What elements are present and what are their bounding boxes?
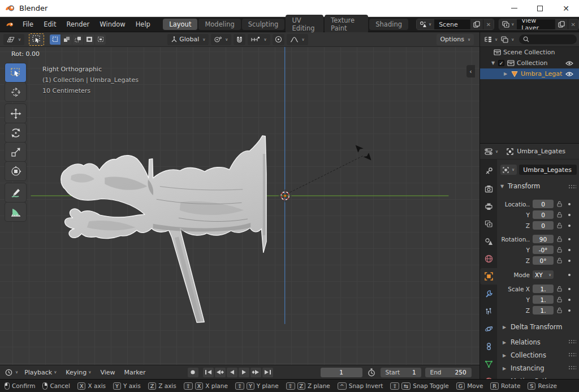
- tool-scale-button[interactable]: [5, 143, 26, 161]
- location-z-field[interactable]: 0: [533, 221, 554, 230]
- panel-drag-grip[interactable]: [568, 352, 576, 357]
- keyframe-dot[interactable]: [568, 299, 571, 301]
- view-layer-remove-button[interactable]: ✕: [568, 19, 578, 29]
- scale-x-field[interactable]: 1.: [533, 285, 554, 293]
- properties-editor-type-button[interactable]: ∨: [483, 147, 500, 156]
- previous-keyframe-button[interactable]: [215, 368, 226, 377]
- relations-panel[interactable]: ▶ Relations: [502, 338, 541, 346]
- frame-end-field[interactable]: End250: [425, 368, 472, 377]
- editor-type-button[interactable]: ∨: [3, 34, 24, 45]
- properties-tab-scene[interactable]: [480, 233, 497, 249]
- keyframe-dot[interactable]: [568, 238, 571, 240]
- auto-keyframe-record-button[interactable]: [188, 368, 198, 377]
- view-layer-browse-button[interactable]: ∨: [499, 19, 517, 29]
- timeline-menu-marker[interactable]: Marker: [120, 369, 150, 376]
- scene-unlink-button[interactable]: ✕: [483, 19, 494, 29]
- outliner-search[interactable]: [519, 35, 577, 44]
- model-umbra-legates[interactable]: [61, 136, 266, 322]
- menu-render[interactable]: Render: [61, 18, 94, 31]
- workspace-tab-uv-editing[interactable]: UV Editing: [286, 15, 323, 34]
- snap-target-dropdown[interactable]: ∨: [248, 34, 270, 45]
- lock-icon[interactable]: [555, 307, 563, 313]
- select-mode-new-button[interactable]: [50, 35, 61, 45]
- delta-transform-panel[interactable]: ▶ Delta Transform: [502, 323, 563, 331]
- rotation-z-field[interactable]: 0°: [533, 256, 554, 265]
- view-layer-new-button[interactable]: [555, 19, 568, 29]
- disclosure-closed-icon[interactable]: ▶: [503, 71, 508, 76]
- collection-checkbox[interactable]: ✓: [498, 60, 504, 66]
- workspace-tab-texture-paint[interactable]: Texture Paint: [325, 15, 368, 34]
- menu-window[interactable]: Window: [94, 18, 130, 31]
- location-x-field[interactable]: 0: [533, 200, 554, 208]
- panel-drag-grip[interactable]: [568, 184, 576, 189]
- lock-icon[interactable]: [555, 247, 563, 253]
- tool-annotate-button[interactable]: [5, 183, 26, 202]
- keyframe-dot[interactable]: [568, 249, 571, 251]
- select-mode-subtract-button[interactable]: [72, 35, 83, 45]
- visibility-eye-icon[interactable]: [565, 71, 573, 77]
- tool-measure-button[interactable]: [5, 203, 26, 221]
- properties-tab-material[interactable]: [480, 373, 497, 379]
- workspace-tab-layout[interactable]: Layout: [163, 19, 197, 30]
- properties-tab-object-data[interactable]: [480, 356, 497, 372]
- maximize-button[interactable]: [527, 0, 553, 17]
- proportional-editing-button[interactable]: [273, 34, 284, 45]
- lock-icon[interactable]: [555, 236, 563, 242]
- timeline-menu-keying[interactable]: Keying∨: [61, 369, 96, 376]
- outliner-row-scene-collection[interactable]: Scene Collection: [480, 47, 579, 58]
- tool-rotate-button[interactable]: [5, 123, 26, 142]
- timeline-editor-type-button[interactable]: ∨: [3, 368, 20, 377]
- panel-drag-grip[interactable]: [568, 339, 576, 344]
- outliner-row-umbra-legates[interactable]: ▶ Umbra_Legat: [480, 68, 579, 79]
- rotation-x-field[interactable]: 90: [533, 235, 554, 243]
- region-collapse-button[interactable]: ‹: [466, 65, 475, 77]
- current-frame-field[interactable]: 1: [321, 368, 362, 377]
- lock-icon[interactable]: [555, 212, 563, 218]
- properties-tab-world[interactable]: [480, 251, 497, 267]
- keyframe-dot[interactable]: [568, 214, 571, 216]
- properties-tab-physics[interactable]: [480, 321, 497, 337]
- blender-app-menu-icon[interactable]: [6, 20, 14, 28]
- transform-panel-header[interactable]: ▼ Transform: [499, 182, 540, 190]
- keyframe-dot[interactable]: [568, 309, 571, 312]
- keyframe-dot[interactable]: [568, 260, 571, 262]
- select-mode-invert-button[interactable]: [84, 35, 94, 45]
- outliner-display-mode-dropdown[interactable]: ∨: [482, 35, 499, 44]
- properties-tab-modifiers[interactable]: [480, 286, 497, 302]
- lock-icon[interactable]: [555, 286, 563, 292]
- scale-z-field[interactable]: 1.: [533, 306, 554, 315]
- menu-file[interactable]: File: [18, 18, 38, 31]
- tool-cursor-button[interactable]: [5, 83, 26, 101]
- properties-tab-view-layer[interactable]: [480, 216, 497, 232]
- menu-edit[interactable]: Edit: [38, 18, 61, 31]
- object-name-input[interactable]: Umbra_Legates: [519, 165, 577, 175]
- properties-tab-output[interactable]: [480, 198, 497, 214]
- tool-move-button[interactable]: [5, 104, 26, 123]
- object-id-browse-button[interactable]: ∨: [500, 165, 517, 175]
- select-mode-intersect-button[interactable]: [95, 35, 106, 45]
- panel-drag-grip[interactable]: [568, 365, 576, 371]
- view-layer-name[interactable]: View Layer: [517, 19, 554, 29]
- properties-tab-object[interactable]: [480, 268, 497, 285]
- keyframe-dot[interactable]: [568, 225, 571, 227]
- next-keyframe-button[interactable]: [250, 368, 261, 377]
- properties-tab-render[interactable]: [480, 180, 497, 197]
- workspace-tab-sculpting[interactable]: Sculpting: [242, 19, 285, 30]
- keyframe-dot[interactable]: [568, 203, 571, 205]
- scene-browse-button[interactable]: ∨: [417, 19, 434, 29]
- collections-panel[interactable]: ▶ Collections: [502, 351, 546, 359]
- outliner-filter-dropdown[interactable]: ∨: [499, 35, 516, 44]
- active-tool-button[interactable]: [29, 33, 44, 46]
- lock-icon[interactable]: [555, 222, 563, 229]
- scale-y-field[interactable]: 1.: [533, 295, 554, 304]
- workspace-tab-shading[interactable]: Shading: [369, 19, 408, 30]
- lock-icon[interactable]: [555, 296, 563, 303]
- stopwatch-icon[interactable]: [368, 368, 375, 377]
- keyframe-dot[interactable]: [568, 274, 571, 276]
- scene-new-button[interactable]: [470, 19, 483, 29]
- visibility-eye-icon[interactable]: [565, 61, 573, 66]
- rotation-mode-dropdown[interactable]: XY ∨: [533, 270, 554, 279]
- keyframe-dot[interactable]: [568, 288, 571, 290]
- 3d-viewport[interactable]: Rot: 0.00 Right Orthographic (1) Collect…: [0, 47, 479, 365]
- timeline-menu-playback[interactable]: Playback∨: [20, 369, 61, 376]
